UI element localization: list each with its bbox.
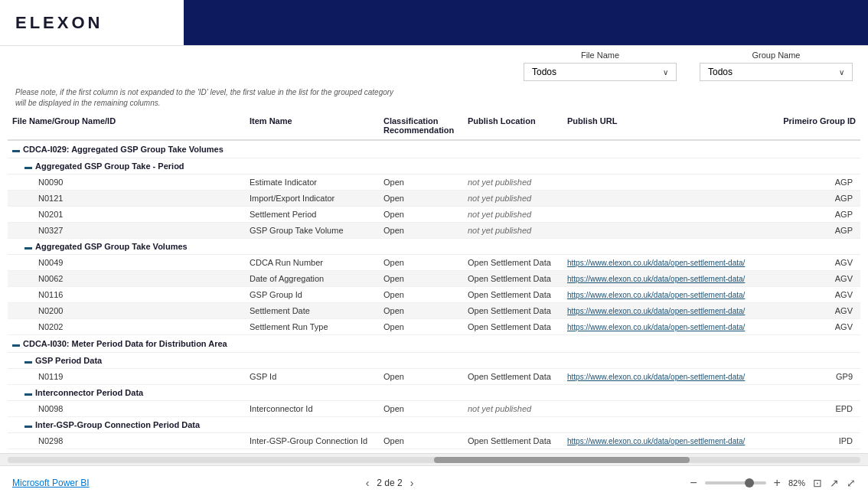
publish-url-link[interactable]: https://www.elexon.co.uk/data/open-settl…	[567, 437, 757, 445]
group-row-level2: ▬Interconnector Period Data	[8, 385, 860, 401]
file-name-label: File Name	[524, 51, 677, 60]
page-info: 2 de 2	[377, 478, 402, 488]
publish-url-link[interactable]: https://www.elexon.co.uk/data/open-settl…	[567, 291, 757, 299]
group-row-level2: ▬Inter-GSP-Group Connection Period Data	[8, 417, 860, 433]
table-row: N0298 Inter-GSP-Group Connection Id Open…	[8, 433, 860, 449]
cell-group-id: AGP	[762, 176, 860, 188]
col-header-publish-loc: Publish Location	[463, 116, 563, 135]
cell-item: Estimate Indicator	[245, 176, 379, 188]
collapse-icon[interactable]: ▬	[24, 162, 32, 171]
cell-classification: Open	[379, 370, 463, 383]
cell-classification: Open	[379, 272, 463, 285]
publish-location: Open Settlement Data	[468, 274, 551, 283]
cell-publish-loc: Open Settlement Data	[463, 370, 563, 383]
cell-publish-url: https://www.elexon.co.uk/data/open-settl…	[563, 435, 762, 447]
cell-group-id: AGV	[762, 256, 860, 269]
publish-location: not yet published	[468, 194, 531, 203]
prev-page-button[interactable]: ‹	[366, 477, 370, 489]
cell-id: N0049	[8, 256, 245, 269]
zoom-slider[interactable]	[705, 481, 766, 484]
cell-id: N0090	[8, 176, 245, 188]
cell-publish-loc: Open Settlement Data	[463, 321, 563, 333]
cell-item: Settlement Period	[245, 208, 379, 220]
publish-location: Open Settlement Data	[468, 290, 551, 299]
scrollbar-track[interactable]	[8, 457, 860, 463]
group-row-level1: ▬CDCA-I030: Meter Period Data for Distri…	[8, 335, 860, 353]
group-row-level2: ▬GSP Period Data	[8, 353, 860, 369]
publish-location: not yet published	[468, 404, 531, 413]
zoom-plus-button[interactable]: +	[774, 476, 781, 490]
next-page-button[interactable]: ›	[410, 477, 414, 489]
table-row: N0116 GSP Group Id Open Open Settlement …	[8, 287, 860, 303]
fullscreen-button[interactable]: ⤢	[847, 477, 856, 489]
cell-publish-url: https://www.elexon.co.uk/data/open-settl…	[563, 257, 762, 269]
cell-publish-url: https://www.elexon.co.uk/data/open-settl…	[563, 273, 762, 285]
cell-publish-loc: not yet published	[463, 176, 563, 188]
group-label: Inter-GSP-Group Connection Period Data	[35, 420, 200, 429]
cell-classification: Open	[379, 256, 463, 269]
group-row-level2: ▬Aggregated GSP Group Take - Period	[8, 158, 860, 174]
cell-id: N0119	[8, 370, 245, 383]
publish-location: Open Settlement Data	[468, 258, 551, 267]
share-button[interactable]: ↗	[830, 477, 839, 489]
publish-location: Open Settlement Data	[468, 322, 551, 331]
collapse-icon[interactable]: ▬	[12, 145, 20, 154]
collapse-icon[interactable]: ▬	[12, 340, 20, 348]
cell-item: Import/Export Indicator	[245, 192, 379, 204]
cell-publish-loc: not yet published	[463, 192, 563, 204]
col-header-itemname: Item Name	[245, 116, 379, 135]
cell-group-id: AGV	[762, 272, 860, 285]
cell-classification: Open	[379, 224, 463, 236]
file-name-arrow: ∨	[663, 68, 668, 77]
logo-area: ELEXON	[0, 13, 184, 33]
cell-publish-loc: not yet published	[463, 224, 563, 236]
publish-url-link[interactable]: https://www.elexon.co.uk/data/open-settl…	[567, 323, 757, 331]
publish-url-link[interactable]: https://www.elexon.co.uk/data/open-settl…	[567, 259, 757, 267]
cell-classification: Open	[379, 208, 463, 220]
zoom-minus-button[interactable]: −	[690, 476, 697, 490]
publish-location: not yet published	[468, 210, 531, 219]
group-name-control: Group Name Todos ∨	[700, 51, 853, 81]
note-text: Please note, if the first column is not …	[15, 87, 398, 109]
publish-location: Open Settlement Data	[468, 306, 551, 315]
cell-item: GSP Group Take Volume	[245, 224, 379, 236]
file-name-dropdown[interactable]: Todos ∨	[524, 63, 677, 81]
cell-group-id: AGP	[762, 192, 860, 204]
cell-item: Interconnector Id	[245, 403, 379, 415]
table-row: N0049 CDCA Run Number Open Open Settleme…	[8, 255, 860, 271]
collapse-icon[interactable]: ▬	[24, 243, 32, 251]
power-bi-link[interactable]: Microsoft Power BI	[12, 478, 90, 488]
group-name-arrow: ∨	[839, 68, 844, 77]
collapse-icon[interactable]: ▬	[24, 389, 32, 397]
note-area: Please note, if the first column is not …	[0, 81, 868, 112]
scrollbar-area[interactable]	[0, 453, 868, 465]
scrollbar-thumb[interactable]	[434, 457, 690, 463]
collapse-icon[interactable]: ▬	[24, 421, 32, 429]
main-content: File Name/Group Name/ID Item Name Classi…	[0, 112, 868, 453]
header-banner	[184, 0, 868, 45]
cell-id: N0327	[8, 224, 245, 236]
cell-publish-url	[563, 181, 762, 184]
publish-url-link[interactable]: https://www.elexon.co.uk/data/open-settl…	[567, 373, 757, 381]
cell-publish-loc: not yet published	[463, 208, 563, 220]
cell-classification: Open	[379, 403, 463, 415]
cell-classification: Open	[379, 435, 463, 447]
cell-publish-url	[563, 213, 762, 216]
group-name-dropdown[interactable]: Todos ∨	[700, 63, 853, 81]
cell-publish-loc: Open Settlement Data	[463, 256, 563, 269]
group-label: Interconnector Period Data	[35, 388, 143, 397]
footer-controls: − + 82% ⊡ ↗ ⤢	[690, 476, 856, 490]
group-name-value: Todos	[708, 67, 733, 77]
cell-item: Date of Aggregation	[245, 272, 379, 285]
cell-id: N0200	[8, 305, 245, 317]
zoom-slider-thumb[interactable]	[745, 478, 754, 488]
cell-classification: Open	[379, 289, 463, 301]
col-header-classification: ClassificationRecommendation	[379, 116, 463, 135]
cell-publish-url	[563, 229, 762, 232]
publish-url-link[interactable]: https://www.elexon.co.uk/data/open-settl…	[567, 275, 757, 283]
collapse-icon[interactable]: ▬	[24, 357, 32, 365]
fit-screen-button[interactable]: ⊡	[813, 477, 822, 489]
cell-id: N0116	[8, 289, 245, 301]
cell-classification: Open	[379, 321, 463, 333]
publish-url-link[interactable]: https://www.elexon.co.uk/data/open-settl…	[567, 307, 757, 315]
